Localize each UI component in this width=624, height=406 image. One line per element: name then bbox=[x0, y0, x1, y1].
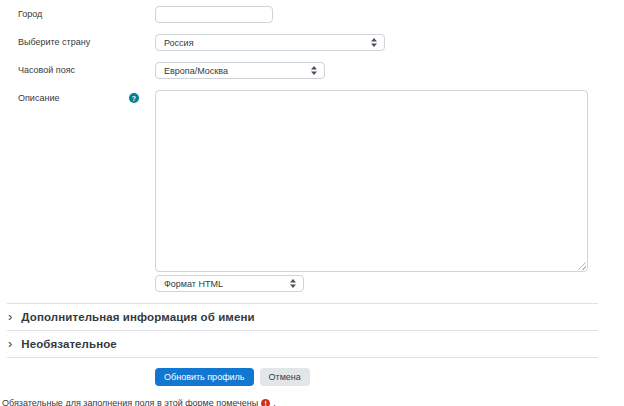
field-row-timezone: Часовой пояс Европа/Москва bbox=[0, 62, 624, 79]
section-optional[interactable]: › Необязательное bbox=[7, 330, 598, 357]
country-select[interactable]: Россия bbox=[155, 34, 385, 51]
country-label: Выберите страну bbox=[18, 37, 90, 48]
field-row-description: Описание ? Формат HTML bbox=[0, 90, 624, 292]
description-label: Описание bbox=[18, 93, 59, 104]
select-caret-icon bbox=[371, 38, 377, 47]
city-input[interactable] bbox=[155, 6, 273, 23]
select-caret-icon bbox=[290, 279, 296, 288]
description-control: Формат HTML bbox=[155, 90, 588, 292]
format-select[interactable]: Формат HTML bbox=[155, 275, 304, 292]
country-label-cell: Выберите страну bbox=[0, 37, 155, 48]
section-additional-name-info[interactable]: › Дополнительная информация об имени bbox=[7, 303, 598, 330]
profile-edit-form: Город Выберите страну Россия Часовой поя… bbox=[0, 0, 624, 406]
cancel-button[interactable]: Отмена bbox=[260, 368, 310, 386]
section-title: Дополнительная информация об имени bbox=[21, 311, 254, 323]
help-icon[interactable]: ? bbox=[129, 93, 139, 103]
timezone-label: Часовой пояс bbox=[18, 65, 75, 76]
description-textarea-wrap bbox=[155, 90, 588, 272]
select-caret-icon bbox=[311, 66, 317, 75]
city-label: Город bbox=[18, 9, 42, 20]
form-actions: Обновить профиль Отмена bbox=[155, 368, 624, 386]
required-fields-note: Обязательные для заполнения поля в этой … bbox=[2, 398, 624, 406]
section-divider bbox=[7, 357, 598, 358]
field-row-city: Город bbox=[0, 6, 624, 23]
timezone-label-cell: Часовой пояс bbox=[0, 65, 155, 76]
form-fields: Город Выберите страну Россия Часовой поя… bbox=[0, 0, 624, 292]
required-note-text: Обязательные для заполнения поля в этой … bbox=[2, 398, 258, 406]
description-textarea[interactable] bbox=[155, 90, 588, 272]
update-profile-button[interactable]: Обновить профиль bbox=[155, 368, 254, 386]
section-title: Необязательное bbox=[21, 338, 117, 350]
required-exclamation-icon: ! bbox=[261, 399, 270, 406]
description-label-cell: Описание ? bbox=[0, 90, 155, 104]
city-label-cell: Город bbox=[0, 9, 155, 20]
format-select-value: Формат HTML bbox=[164, 279, 223, 289]
collapsed-sections: › Дополнительная информация об имени › Н… bbox=[0, 303, 624, 358]
timezone-select[interactable]: Европа/Москва bbox=[155, 62, 325, 79]
chevron-right-icon: › bbox=[8, 338, 12, 350]
timezone-select-value: Европа/Москва bbox=[164, 66, 228, 76]
required-note-suffix: . bbox=[273, 398, 276, 406]
chevron-right-icon: › bbox=[8, 311, 12, 323]
country-select-value: Россия bbox=[164, 38, 194, 48]
field-row-country: Выберите страну Россия bbox=[0, 34, 624, 51]
